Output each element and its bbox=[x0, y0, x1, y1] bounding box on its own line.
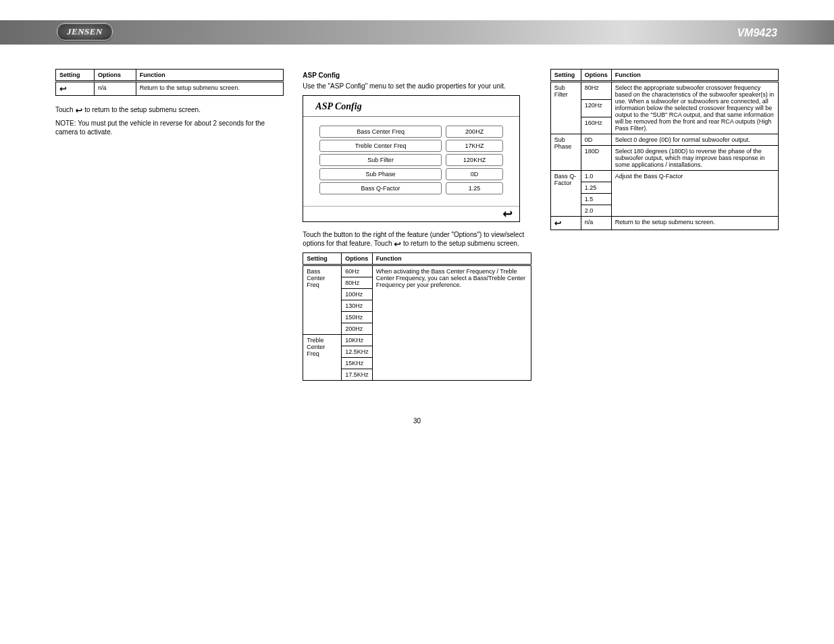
asp-config-panel: ASP Config Bass Center Freq200HZTreble C… bbox=[303, 95, 520, 222]
cell: When activating the Bass Center Frequenc… bbox=[372, 265, 531, 380]
cell: Select 0 degree (0D) for normal subwoofe… bbox=[611, 134, 778, 146]
cell: 180D bbox=[581, 146, 611, 171]
asp-row: Bass Center Freq200HZ bbox=[319, 126, 503, 138]
th-options: Options bbox=[581, 70, 611, 82]
cell: Sub Filter bbox=[550, 82, 581, 134]
cell: Return to the setup submenu screen. bbox=[136, 82, 284, 96]
asp-row: Treble Center Freq17KHZ bbox=[319, 140, 503, 152]
asp-row: Bass Q-Factor1.25 bbox=[319, 182, 503, 194]
table-row: Bass Q-Factor1.0Adjust the Bass Q-Factor bbox=[550, 171, 778, 182]
column-middle: ASP Config Use the "ASP Config" menu to … bbox=[303, 65, 531, 390]
table-row: Sub Phase0DSelect 0 degree (0D) for norm… bbox=[550, 134, 778, 146]
cell: Adjust the Bass Q-Factor bbox=[611, 171, 778, 217]
th-options: Options bbox=[95, 70, 136, 82]
cell: 130Hz bbox=[342, 300, 373, 311]
asp-row-value[interactable]: 120KHZ bbox=[446, 154, 503, 166]
cell: 1.25 bbox=[581, 182, 611, 194]
asp-panel-title: ASP Config bbox=[303, 96, 519, 117]
column-left: Setting Options Function ↩ n/a Return to… bbox=[55, 65, 284, 390]
asp-row-value[interactable]: 1.25 bbox=[446, 182, 503, 194]
cell: 15KHz bbox=[342, 357, 373, 369]
table-row: Bass Center Freq60HzWhen activating the … bbox=[303, 265, 531, 277]
cell: 1.0 bbox=[581, 171, 611, 182]
cell: ↩ bbox=[550, 217, 581, 230]
back-icon: ↩ bbox=[59, 84, 67, 93]
paragraph: Touch ↩ to return to the setup submenu s… bbox=[55, 105, 284, 115]
asp-row-label: Sub Phase bbox=[319, 168, 442, 180]
header-band: JENSEN VM9423 bbox=[0, 20, 834, 45]
cell: 80Hz bbox=[581, 82, 611, 100]
model-label: VM9423 bbox=[737, 27, 777, 39]
table-row: ↩n/aReturn to the setup submenu screen. bbox=[550, 217, 778, 230]
cell: 120Hz bbox=[581, 100, 611, 117]
back-icon: ↩ bbox=[75, 106, 82, 115]
asp-row-value[interactable]: 200HZ bbox=[446, 126, 503, 138]
th-setting: Setting bbox=[550, 70, 581, 82]
cell: Return to the setup submenu screen. bbox=[611, 217, 778, 230]
asp-row: Sub Phase0D bbox=[319, 168, 503, 180]
cell: 10KHz bbox=[342, 334, 373, 346]
asp-row-label: Sub Filter bbox=[319, 154, 442, 166]
table-right: Setting Options Function Sub Filter80HzS… bbox=[550, 69, 779, 230]
table-row: Sub Filter80HzSelect the appropriate sub… bbox=[550, 82, 778, 100]
th-function: Function bbox=[136, 70, 284, 82]
th-function: Function bbox=[372, 252, 531, 265]
th-setting: Setting bbox=[56, 70, 95, 82]
column-right: Setting Options Function Sub Filter80HzS… bbox=[550, 65, 779, 390]
asp-row-label: Bass Center Freq bbox=[319, 126, 442, 138]
cell: Select 180 degrees (180D) to reverse the… bbox=[611, 146, 778, 171]
asp-intro: Use the "ASP Config" menu to set the aud… bbox=[303, 82, 531, 91]
cell: Treble Center Freq bbox=[303, 334, 342, 380]
paragraph: Touch the button to the right of the fea… bbox=[303, 230, 531, 248]
back-icon[interactable]: ↩ bbox=[502, 208, 513, 220]
cell: 1.5 bbox=[581, 194, 611, 205]
th-setting: Setting bbox=[303, 252, 342, 265]
th-function: Function bbox=[611, 70, 778, 82]
cell: 12.5KHz bbox=[342, 346, 373, 357]
table-left-top: Setting Options Function ↩ n/a Return to… bbox=[55, 69, 284, 96]
back-icon: ↩ bbox=[394, 240, 401, 248]
cell: Select the appropriate subwoofer crossov… bbox=[611, 82, 778, 134]
cell: 60Hz bbox=[342, 265, 373, 277]
asp-row-label: Treble Center Freq bbox=[319, 140, 442, 152]
asp-row: Sub Filter120KHZ bbox=[319, 154, 503, 166]
cell: n/a bbox=[95, 82, 136, 96]
brand-logo: JENSEN bbox=[57, 23, 113, 41]
back-icon: ↩ bbox=[554, 219, 562, 227]
asp-row-value[interactable]: 17KHZ bbox=[446, 140, 503, 152]
asp-row-value[interactable]: 0D bbox=[446, 168, 503, 180]
cell: Bass Center Freq bbox=[303, 265, 342, 334]
note: NOTE: You must put the vehicle in revers… bbox=[55, 119, 284, 137]
cell: 100Hz bbox=[342, 288, 373, 300]
page-number: 30 bbox=[0, 417, 834, 425]
cell: 80Hz bbox=[342, 277, 373, 288]
cell: 160Hz bbox=[581, 117, 611, 134]
cell: n/a bbox=[581, 217, 611, 230]
cell: 2.0 bbox=[581, 205, 611, 217]
cell: 17.5KHz bbox=[342, 369, 373, 380]
cell: Sub Phase bbox=[550, 134, 581, 171]
cell: 0D bbox=[581, 134, 611, 146]
cell: 150Hz bbox=[342, 311, 373, 323]
asp-heading: ASP Config bbox=[303, 72, 531, 79]
asp-row-label: Bass Q-Factor bbox=[319, 182, 442, 194]
table-row: ↩ n/a Return to the setup submenu screen… bbox=[56, 82, 284, 96]
cell: 200Hz bbox=[342, 323, 373, 334]
th-options: Options bbox=[342, 252, 373, 265]
cell: Bass Q-Factor bbox=[550, 171, 581, 217]
table-middle-asp: Setting Options Function Bass Center Fre… bbox=[303, 252, 531, 381]
